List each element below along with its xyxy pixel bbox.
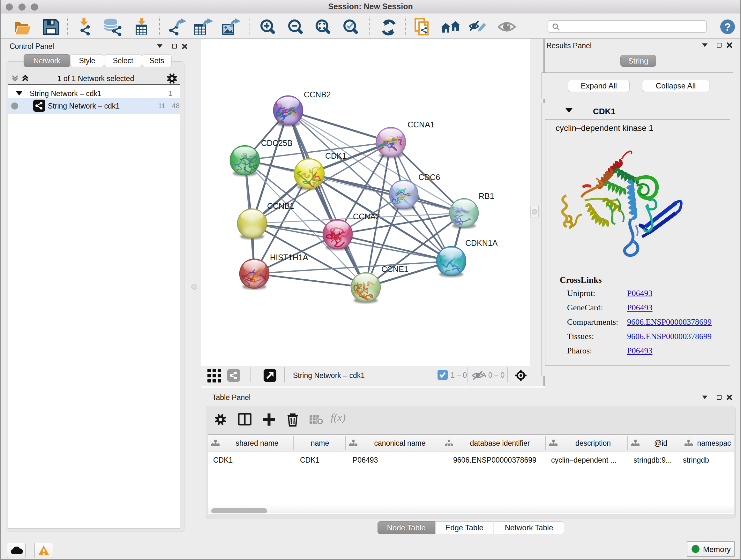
svg-text:CDKN1A: CDKN1A bbox=[465, 239, 498, 247]
svg-text:CCNB2: CCNB2 bbox=[304, 90, 331, 99]
svg-text:CCNB1: CCNB1 bbox=[267, 201, 294, 210]
svg-text:CCNE1: CCNE1 bbox=[381, 265, 408, 273]
svg-text:CDC6: CDC6 bbox=[418, 173, 440, 182]
svg-text:CCNA2: CCNA2 bbox=[353, 212, 380, 221]
svg-text:RB1: RB1 bbox=[479, 192, 494, 200]
svg-text:CDK1: CDK1 bbox=[325, 151, 347, 160]
svg-text:CCNA1: CCNA1 bbox=[408, 120, 434, 129]
svg-text:HIST1H1A: HIST1H1A bbox=[270, 253, 308, 262]
svg-text:CDC25B: CDC25B bbox=[261, 138, 293, 147]
